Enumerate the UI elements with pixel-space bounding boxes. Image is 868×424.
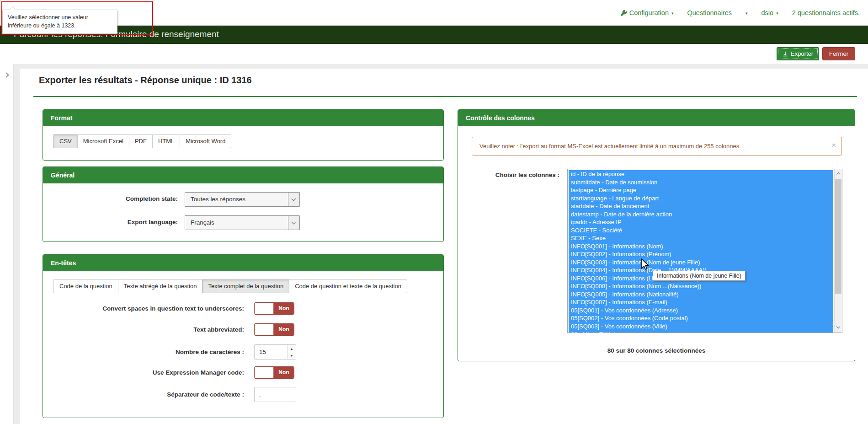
column-option[interactable]: INFO[SQ007] - Informations (E-mail) [569,298,833,306]
use-em-code-label: Use Expression Manager code: [43,369,244,376]
column-option[interactable]: startdate - Date de lancement [569,202,833,210]
side-rail [0,64,14,424]
export-button-label: Exporter [791,50,813,57]
columns-scrollbar[interactable] [834,169,842,333]
use-em-code-toggle[interactable]: Non [254,366,294,379]
column-option[interactable]: 05[SQ002] - Vos coordonnées (Code postal… [569,314,833,322]
toggle-knob [255,367,274,378]
toggle-knob [255,303,274,314]
column-option[interactable]: 06 - N° de Téléphone [569,330,833,333]
columns-panel-title: Contrôle des colonnes [458,110,855,126]
title-divider [33,96,857,97]
columns-multiselect: id - ID de la réponsesubmitdate - Date d… [567,169,842,333]
format-options-group: CSVMicrosoft ExcelPDFHTMLMicrosoft Word [54,134,231,148]
close-button[interactable]: Fermer [822,47,855,60]
number-of-characters-value: 15 [259,345,266,359]
column-option[interactable]: INFO[SQ005] - Informations (Nationalité) [569,290,833,299]
general-panel-title: Général [43,167,443,183]
column-option[interactable]: 05[SQ001] - Vos coordonnées (Adresse) [569,306,833,315]
headers-panel: En-têtes Code de la questionTexte abrégé… [43,254,444,418]
choose-columns-label: Choisir les colonnes : [458,172,559,178]
select-chevron-icon [288,193,299,206]
column-option[interactable]: SEXE - Sexe [569,234,833,242]
nav-user-label: dsio [761,9,774,16]
number-stepper: ▲ ▼ [288,345,295,359]
nav-questionnaires-dropdown[interactable]: ▾ [746,11,748,15]
close-button-label: Fermer [829,50,848,57]
format-option-button[interactable]: HTML [152,134,180,148]
format-option-button[interactable]: CSV [53,134,78,148]
limesurvey-export-screen: Configuration ▾ Questionnaires ▾ dsio ▾ … [0,0,868,424]
column-hover-tooltip: Informations (Nom de jeune Fille) [653,271,746,281]
columns-list: id - ID de la réponsesubmitdate - Date d… [568,169,834,333]
headers-tab-button[interactable]: Code de la question [53,279,118,293]
column-option[interactable]: INFO[SQ001] - Informations (Nom) [569,242,833,251]
completion-state-label: Completion state: [43,195,178,202]
wrench-icon [621,10,627,16]
export-language-select[interactable]: Français [185,215,300,230]
convert-spaces-toggle[interactable]: Non [254,302,294,315]
column-option[interactable]: startlanguage - Langue de départ [569,194,833,203]
column-option[interactable]: INFO[SQ008] - Informations (Num ...(Nais… [569,282,833,290]
use-em-code-toggle-value: Non [274,367,294,378]
code-text-separator-input[interactable]: . [254,387,296,402]
validation-tooltip: Veuillez sélectionner une valeur inférie… [2,10,117,34]
column-option[interactable]: 05[SQ003] - Vos coordonnées (Ville) [569,322,833,331]
column-option[interactable]: SOCIETE - Société [569,226,833,235]
alert-close-icon[interactable]: × [831,141,836,149]
export-card: Exporter les résultats - Réponse unique … [20,69,868,424]
caret-down-icon: ▾ [746,11,748,16]
export-button[interactable]: Exporter [777,47,819,60]
export-language-label: Export language: [43,219,178,225]
mouse-cursor [641,258,649,273]
format-panel: Format CSVMicrosoft ExcelPDFHTMLMicrosof… [43,109,444,161]
export-title: Exporter les résultats - Réponse unique … [39,75,252,86]
headers-tabs-group: Code de la questionTexte abrégé de la qu… [54,279,407,293]
expand-sidebar-icon[interactable] [4,72,9,77]
scroll-down-icon[interactable] [835,324,842,332]
caret-down-icon: ▾ [776,11,778,16]
column-option[interactable]: lastpage - Dernière page [569,186,833,194]
export-language-value: Français [191,216,214,230]
excel-limit-warning: Veuillez noter : l'export au format MS-E… [472,137,842,156]
format-panel-title: Format [43,110,443,126]
format-option-button[interactable]: Microsoft Word [180,134,231,148]
completion-state-select[interactable]: Toutes les réponses [185,192,300,207]
column-option[interactable]: submitdate - Date de soumission [569,178,833,187]
format-option-button[interactable]: PDF [129,134,153,148]
column-option[interactable]: id - ID de la réponse [569,170,833,178]
text-abbreviated-label: Text abbreviated: [43,326,244,333]
excel-limit-warning-text: Veuillez noter : l'export au format MS-E… [479,137,741,155]
text-abbreviated-toggle[interactable]: Non [254,323,294,336]
scroll-up-icon[interactable] [835,170,842,178]
column-option[interactable]: ipaddr - Adresse IP [569,218,833,226]
selection-summary: 80 sur 80 colonnes sélectionnées [458,347,855,354]
format-option-button[interactable]: Microsoft Excel [77,134,129,148]
number-of-characters-input[interactable]: 15 ▲ ▼ [254,344,296,360]
completion-state-value: Toutes les réponses [191,193,245,206]
nav-questionnaires[interactable]: Questionnaires [687,9,732,16]
action-toolbar: Exporter Fermer [0,44,868,64]
text-abbreviated-toggle-value: Non [274,324,294,335]
headers-tab-button[interactable]: Texte complet de la question [202,279,289,293]
nav-configuration[interactable]: Configuration ▾ [621,9,674,16]
download-icon [783,51,788,57]
nav-active-surveys-label: 2 questionnaires actifs. [792,9,860,16]
nav-active-surveys[interactable]: 2 questionnaires actifs. [792,9,860,16]
code-text-separator-value: . [259,387,261,402]
headers-tab-button[interactable]: Code de question et texte de la question [289,279,407,293]
toggle-knob [255,324,274,335]
scrollbar-thumb[interactable] [835,179,841,294]
nav-questionnaires-label: Questionnaires [687,9,732,16]
select-chevron-icon [288,216,299,230]
caret-down-icon: ▾ [671,11,674,16]
column-option[interactable]: INFO[SQ003] - Informations (Nom de jeune… [569,258,833,267]
columns-panel: Contrôle des colonnes Veuillez noter : l… [458,109,855,361]
stepper-up-icon[interactable]: ▲ [288,345,295,352]
column-option[interactable]: datestamp - Date de la dernière action [569,210,833,219]
nav-user-menu[interactable]: dsio ▾ [761,9,778,16]
stepper-down-icon[interactable]: ▼ [288,352,295,359]
headers-tab-button[interactable]: Texte abrégé de la question [118,279,203,293]
column-option[interactable]: INFO[SQ002] - Informations (Prénom) [569,250,833,258]
general-panel: Général Completion state: Toutes les rép… [43,166,444,242]
